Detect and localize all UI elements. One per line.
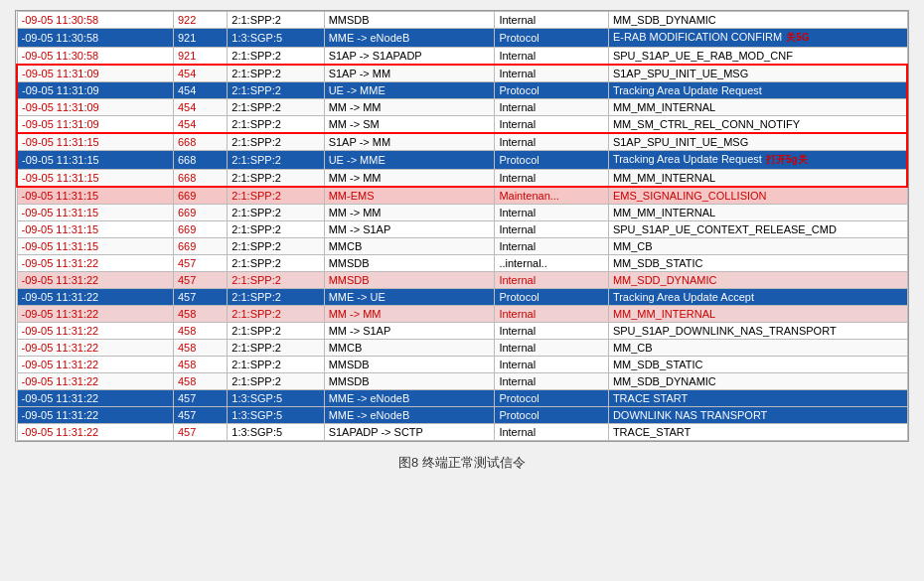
cell-comp: 2:1:SPP:2: [228, 48, 324, 66]
cell-src: MM -> MM: [324, 170, 495, 188]
cell-src: MM -> S1AP: [324, 323, 495, 340]
signal-table: -09-05 11:30:589222:1:SPP:2MMSDBInternal…: [16, 11, 908, 441]
cell-src: MME -> eNodeB: [324, 407, 495, 424]
cell-src: MMSDB: [324, 357, 495, 373]
cell-comp: 2:1:SPP:2: [228, 238, 324, 255]
table-row: -09-05 11:31:224582:1:SPP:2MMCBInternalM…: [17, 340, 907, 357]
cell-type: Internal: [495, 373, 609, 390]
cell-msg: MM_MM_INTERNAL: [608, 99, 907, 116]
cell-id: 458: [173, 340, 227, 357]
cell-msg: S1AP_SPU_INIT_UE_MSG: [608, 65, 907, 82]
cell-type: Internal: [495, 221, 609, 238]
cell-time: -09-05 11:31:09: [17, 65, 173, 82]
cell-src: S1APADP -> SCTP: [324, 424, 495, 441]
cell-msg: MM_MM_INTERNAL: [608, 306, 907, 323]
cell-src: MM -> MM: [324, 306, 495, 323]
cell-src: S1AP -> MM: [324, 133, 495, 151]
table-row: -09-05 11:30:589211:3:SGP:5MME -> eNodeB…: [17, 29, 907, 48]
table-row: -09-05 11:31:156682:1:SPP:2S1AP -> MMInt…: [17, 133, 907, 151]
cell-comp: 1:3:SGP:5: [228, 390, 324, 407]
annotation-text: 打开5g关: [766, 154, 808, 165]
cell-msg: TRACE_START: [608, 424, 907, 441]
cell-src: MM -> MM: [324, 205, 495, 221]
table-row: -09-05 11:31:156692:1:SPP:2MM -> MMInter…: [17, 205, 907, 221]
cell-comp: 2:1:SPP:2: [228, 306, 324, 323]
cell-id: 457: [173, 272, 227, 289]
cell-type: Internal: [495, 357, 609, 373]
cell-type: Internal: [495, 340, 609, 357]
cell-src: UE -> MME: [324, 82, 495, 99]
cell-src: MM-EMS: [324, 187, 495, 205]
cell-src: MME -> UE: [324, 289, 495, 306]
cell-id: 668: [173, 151, 227, 170]
cell-src: MM -> SM: [324, 116, 495, 134]
cell-msg: Tracking Area Update Request: [608, 82, 907, 99]
cell-msg: Tracking Area Update Request打开5g关: [608, 151, 907, 170]
cell-src: MM -> MM: [324, 99, 495, 116]
table-row: -09-05 11:31:156692:1:SPP:2MM -> S1APInt…: [17, 221, 907, 238]
cell-time: -09-05 11:31:09: [17, 99, 173, 116]
cell-time: -09-05 11:30:58: [17, 29, 173, 48]
cell-msg: MM_SDD_DYNAMIC: [608, 272, 907, 289]
table-row: -09-05 11:31:156692:1:SPP:2MM-EMSMainten…: [17, 187, 907, 205]
cell-msg: MM_MM_INTERNAL: [608, 205, 907, 221]
table-row: -09-05 11:31:156682:1:SPP:2UE -> MMEProt…: [17, 151, 907, 170]
cell-type: Protocol: [495, 390, 609, 407]
cell-msg: MM_SDB_STATIC: [608, 357, 907, 373]
cell-type: Internal: [495, 306, 609, 323]
cell-msg: MM_SM_CTRL_REL_CONN_NOTIFY: [608, 116, 907, 134]
cell-type: Internal: [495, 272, 609, 289]
cell-comp: 2:1:SPP:2: [228, 116, 324, 134]
cell-comp: 2:1:SPP:2: [228, 82, 324, 99]
cell-type: Protocol: [495, 407, 609, 424]
cell-msg: MM_MM_INTERNAL: [608, 170, 907, 188]
cell-msg: MM_SDB_STATIC: [608, 255, 907, 272]
cell-id: 458: [173, 323, 227, 340]
cell-comp: 1:3:SGP:5: [228, 407, 324, 424]
cell-id: 669: [173, 187, 227, 205]
cell-comp: 1:3:SGP:5: [228, 29, 324, 48]
cell-comp: 2:1:SPP:2: [228, 151, 324, 170]
cell-src: MMSDB: [324, 255, 495, 272]
cell-type: Internal: [495, 133, 609, 151]
table-row: -09-05 11:31:224582:1:SPP:2MMSDBInternal…: [17, 373, 907, 390]
cell-msg: TRACE START: [608, 390, 907, 407]
cell-id: 454: [173, 65, 227, 82]
cell-id: 668: [173, 133, 227, 151]
table-row: -09-05 11:31:094542:1:SPP:2MM -> MMInter…: [17, 99, 907, 116]
cell-type: Internal: [495, 99, 609, 116]
cell-id: 921: [173, 29, 227, 48]
cell-msg: MM_CB: [608, 340, 907, 357]
cell-src: MMSDB: [324, 272, 495, 289]
cell-msg: MM_SDB_DYNAMIC: [608, 373, 907, 390]
cell-comp: 2:1:SPP:2: [228, 205, 324, 221]
cell-time: -09-05 11:31:22: [17, 272, 173, 289]
cell-id: 457: [173, 255, 227, 272]
table-row: -09-05 11:31:224582:1:SPP:2MM -> S1APInt…: [17, 323, 907, 340]
cell-type: Internal: [495, 323, 609, 340]
table-row: -09-05 11:31:224582:1:SPP:2MMSDBInternal…: [17, 357, 907, 373]
cell-comp: 2:1:SPP:2: [228, 255, 324, 272]
table-row: -09-05 11:31:156682:1:SPP:2MM -> MMInter…: [17, 170, 907, 188]
cell-time: -09-05 11:31:22: [17, 255, 173, 272]
cell-src: MMSDB: [324, 12, 495, 29]
cell-id: 922: [173, 12, 227, 29]
cell-type: Internal: [495, 12, 609, 29]
cell-time: -09-05 11:31:15: [17, 187, 173, 205]
table-row: -09-05 11:31:094542:1:SPP:2MM -> SMInter…: [17, 116, 907, 134]
cell-time: -09-05 11:31:22: [17, 424, 173, 441]
signal-table-container: -09-05 11:30:589222:1:SPP:2MMSDBInternal…: [15, 10, 909, 442]
cell-type: Maintenan...: [495, 187, 609, 205]
cell-type: Internal: [495, 170, 609, 188]
cell-time: -09-05 11:31:15: [17, 205, 173, 221]
cell-comp: 2:1:SPP:2: [228, 357, 324, 373]
cell-msg: E-RAB MODIFICATION CONFIRM关5G: [608, 29, 907, 48]
cell-id: 454: [173, 99, 227, 116]
cell-comp: 2:1:SPP:2: [228, 289, 324, 306]
cell-id: 921: [173, 48, 227, 66]
cell-time: -09-05 11:31:22: [17, 357, 173, 373]
cell-id: 458: [173, 373, 227, 390]
cell-time: -09-05 11:31:22: [17, 407, 173, 424]
cell-comp: 2:1:SPP:2: [228, 65, 324, 82]
cell-id: 458: [173, 357, 227, 373]
